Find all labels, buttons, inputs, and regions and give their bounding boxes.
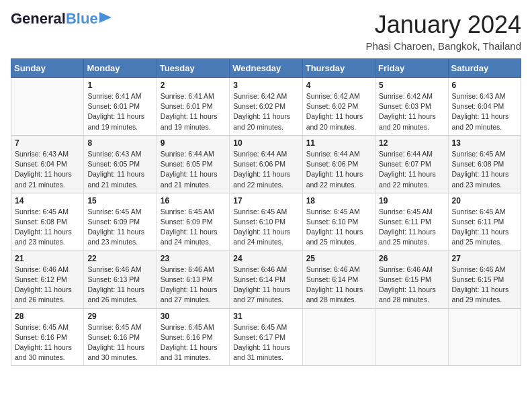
day-number: 4	[306, 81, 371, 90]
cell-info-line: and 21 minutes.	[87, 181, 138, 189]
cell-info-line: Sunset: 6:04 PM	[452, 102, 504, 110]
cell-info-line: and 23 minutes.	[87, 238, 138, 246]
day-number: 3	[233, 81, 298, 90]
cell-info-line: and 23 minutes.	[452, 181, 502, 189]
cell-info-line: Daylight: 11 hours	[306, 170, 363, 178]
cell-info-line: and 25 minutes.	[306, 238, 357, 246]
cell-info-line: and 29 minutes.	[452, 295, 502, 304]
calendar-cell	[375, 308, 448, 366]
cell-info-line: Sunset: 6:10 PM	[306, 218, 359, 226]
cell-info-line: Daylight: 11 hours	[233, 285, 290, 293]
cell-info-line: Daylight: 11 hours	[233, 170, 290, 178]
cell-info-line: Sunrise: 6:43 AM	[452, 92, 506, 100]
day-number: 1	[87, 81, 152, 90]
week-row-1: 1Sunrise: 6:41 AMSunset: 6:01 PMDaylight…	[11, 78, 521, 136]
cell-info-line: Sunrise: 6:44 AM	[161, 150, 214, 158]
cell-info-line: and 26 minutes.	[87, 295, 138, 304]
cell-info-line: Sunset: 6:16 PM	[161, 333, 213, 341]
cell-info-line: Sunset: 6:01 PM	[87, 102, 140, 110]
cell-info-line: and 30 minutes.	[15, 353, 65, 361]
calendar-cell: 18Sunrise: 6:45 AMSunset: 6:10 PMDayligh…	[302, 193, 375, 250]
cell-info-line: Sunset: 6:10 PM	[233, 218, 285, 226]
cell-info-line: Sunrise: 6:43 AM	[15, 150, 69, 158]
day-number: 11	[306, 138, 371, 148]
day-header-monday: Monday	[84, 59, 157, 78]
calendar-cell: 21Sunrise: 6:46 AMSunset: 6:12 PMDayligh…	[11, 250, 84, 308]
cell-info-line: Sunset: 6:02 PM	[306, 102, 359, 110]
cell-info-line: Sunrise: 6:45 AM	[452, 150, 506, 158]
cell-info-line: and 26 minutes.	[15, 295, 65, 304]
calendar-cell: 30Sunrise: 6:45 AMSunset: 6:16 PMDayligh…	[157, 308, 229, 366]
logo-arrow-icon	[99, 12, 112, 23]
cell-info-line: Sunset: 6:11 PM	[452, 218, 504, 226]
day-number: 6	[452, 81, 517, 90]
cell-info-line: Daylight: 11 hours	[379, 228, 436, 236]
cell-info-line: Daylight: 11 hours	[161, 170, 218, 178]
cell-info-line: Sunrise: 6:42 AM	[233, 92, 287, 100]
day-number: 5	[379, 81, 444, 90]
cell-info-line: and 24 minutes.	[233, 238, 283, 246]
cell-info-line: Sunset: 6:13 PM	[87, 275, 140, 283]
calendar-cell: 24Sunrise: 6:46 AMSunset: 6:14 PMDayligh…	[230, 250, 302, 308]
cell-info-line: Sunrise: 6:41 AM	[161, 92, 214, 100]
cell-info-line: Sunset: 6:06 PM	[233, 160, 285, 168]
cell-info-line: Sunset: 6:02 PM	[233, 102, 285, 110]
cell-info-line: Daylight: 11 hours	[15, 343, 72, 351]
cell-info-line: Daylight: 11 hours	[379, 170, 436, 178]
cell-info-line: Sunset: 6:08 PM	[452, 160, 504, 168]
cell-info-line: Sunset: 6:07 PM	[379, 160, 431, 168]
day-number: 10	[233, 138, 298, 148]
cell-info-line: Sunset: 6:12 PM	[15, 275, 67, 283]
week-row-3: 14Sunrise: 6:45 AMSunset: 6:08 PMDayligh…	[11, 193, 521, 250]
day-number: 30	[161, 312, 226, 321]
cell-info-line: and 28 minutes.	[379, 295, 429, 304]
cell-info-line: and 20 minutes.	[452, 123, 502, 131]
cell-info-line: and 20 minutes.	[379, 123, 429, 131]
cell-info-line: Sunrise: 6:42 AM	[306, 92, 360, 100]
cell-info-line: Sunset: 6:03 PM	[379, 102, 431, 110]
calendar-cell: 20Sunrise: 6:45 AMSunset: 6:11 PMDayligh…	[448, 193, 521, 250]
cell-info-line: Daylight: 11 hours	[306, 285, 363, 293]
cell-info-line: Sunrise: 6:46 AM	[15, 265, 69, 273]
calendar-cell	[302, 308, 375, 366]
header-row: SundayMondayTuesdayWednesdayThursdayFrid…	[11, 59, 521, 78]
calendar-cell: 29Sunrise: 6:45 AMSunset: 6:16 PMDayligh…	[84, 308, 157, 366]
cell-info-line: Daylight: 11 hours	[306, 112, 363, 120]
cell-info-line: Sunrise: 6:45 AM	[15, 323, 69, 331]
cell-info-line: Sunset: 6:16 PM	[15, 333, 67, 341]
cell-info-line: Daylight: 11 hours	[306, 228, 363, 236]
day-number: 27	[452, 254, 517, 263]
calendar-cell: 25Sunrise: 6:46 AMSunset: 6:14 PMDayligh…	[302, 250, 375, 308]
day-number: 20	[452, 196, 517, 205]
cell-info-line: and 24 minutes.	[161, 238, 211, 246]
week-row-4: 21Sunrise: 6:46 AMSunset: 6:12 PMDayligh…	[11, 250, 521, 308]
day-number: 25	[306, 254, 371, 263]
day-number: 13	[452, 138, 517, 148]
cell-info-line: Sunrise: 6:45 AM	[233, 208, 287, 216]
day-header-tuesday: Tuesday	[157, 59, 229, 78]
page-header: GeneralBlue January 2024 Phasi Charoen, …	[11, 11, 521, 52]
day-number: 12	[379, 138, 444, 148]
day-number: 22	[87, 254, 152, 263]
cell-info-line: and 28 minutes.	[306, 295, 357, 304]
day-header-friday: Friday	[375, 59, 448, 78]
calendar-cell: 17Sunrise: 6:45 AMSunset: 6:10 PMDayligh…	[230, 193, 302, 250]
calendar-cell: 15Sunrise: 6:45 AMSunset: 6:09 PMDayligh…	[84, 193, 157, 250]
day-number: 23	[161, 254, 226, 263]
cell-info-line: Daylight: 11 hours	[87, 228, 144, 236]
cell-info-line: Sunrise: 6:45 AM	[87, 323, 141, 331]
cell-info-line: Sunrise: 6:44 AM	[379, 150, 433, 158]
calendar-cell: 8Sunrise: 6:43 AMSunset: 6:05 PMDaylight…	[84, 135, 157, 193]
calendar-cell: 2Sunrise: 6:41 AMSunset: 6:01 PMDaylight…	[157, 78, 229, 136]
day-header-wednesday: Wednesday	[230, 59, 302, 78]
cell-info-line: and 25 minutes.	[379, 238, 429, 246]
cell-info-line: Sunrise: 6:45 AM	[15, 208, 69, 216]
calendar-cell: 6Sunrise: 6:43 AMSunset: 6:04 PMDaylight…	[448, 78, 521, 136]
day-number: 14	[15, 196, 80, 205]
cell-info-line: Sunrise: 6:46 AM	[233, 265, 287, 273]
cell-info-line: Sunset: 6:11 PM	[379, 218, 431, 226]
day-number: 17	[233, 196, 298, 205]
calendar-cell: 22Sunrise: 6:46 AMSunset: 6:13 PMDayligh…	[84, 250, 157, 308]
day-header-saturday: Saturday	[448, 59, 521, 78]
calendar-body: 1Sunrise: 6:41 AMSunset: 6:01 PMDaylight…	[11, 78, 521, 366]
